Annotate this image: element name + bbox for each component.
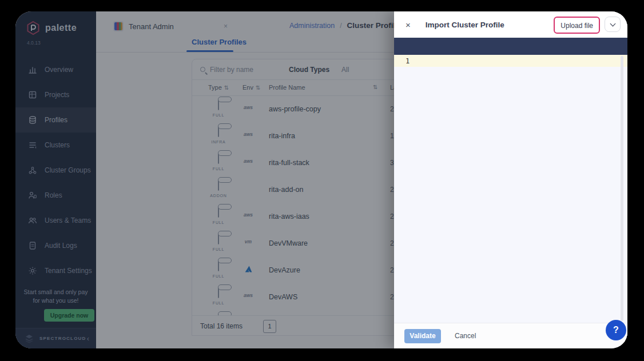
- line-number: 1: [406, 57, 410, 65]
- import-cluster-profile-panel: × Import Cluster Profile Upload file 1 V…: [394, 11, 627, 348]
- upload-file-label: Upload file: [560, 22, 593, 30]
- app-window: palette 4.0.13 Overview Projects Profile…: [15, 11, 627, 348]
- help-button[interactable]: ?: [606, 320, 626, 340]
- panel-header: × Import Cluster Profile Upload file: [394, 11, 627, 38]
- cancel-button[interactable]: Cancel: [455, 332, 476, 340]
- upload-options-dropdown-button[interactable]: [605, 17, 621, 32]
- chevron-down-icon: [610, 21, 615, 26]
- panel-footer: Validate Cancel: [394, 323, 627, 348]
- upload-file-button[interactable]: Upload file: [554, 17, 600, 34]
- close-icon[interactable]: ×: [406, 20, 411, 30]
- validate-button[interactable]: Validate: [404, 329, 441, 343]
- panel-title: Import Cluster Profile: [426, 21, 504, 29]
- editor-scrollbar[interactable]: [621, 56, 623, 321]
- editor-toolbar: [394, 38, 627, 55]
- editor-active-line: [394, 55, 627, 67]
- yaml-editor[interactable]: 1: [394, 55, 627, 323]
